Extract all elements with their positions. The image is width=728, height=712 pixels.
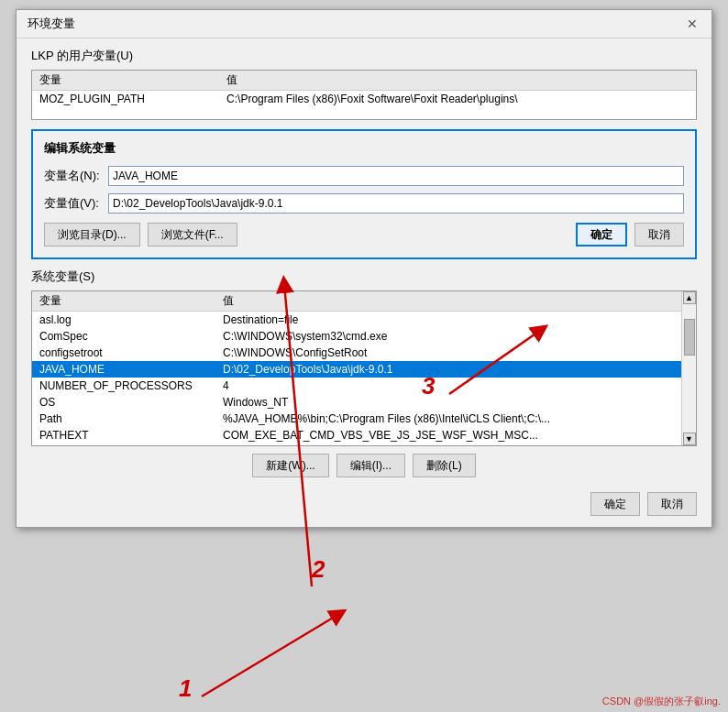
user-vars-box: 变量 值 MOZ_PLUGIN_PATH C:\Program Files (x… [31, 70, 697, 120]
main-ok-button[interactable]: 确定 [590, 492, 640, 516]
sys-var-name: ComSpec [32, 328, 215, 345]
sys-var-val: D:\02_DevelopTools\Java\jdk-9.0.1 [215, 361, 681, 378]
sys-var-name: NUMBER_OF_PROCESSORS [32, 378, 215, 394]
user-var-name: MOZ_PLUGIN_PATH [32, 91, 219, 108]
var-name-label: 变量名(N): [44, 168, 108, 184]
var-value-input[interactable] [108, 193, 684, 214]
var-name-row: 变量名(N): [44, 166, 684, 186]
edit-dialog-buttons: 浏览目录(D)... 浏览文件(F... 确定 取消 [44, 223, 684, 246]
new-var-button[interactable]: 新建(W)... [252, 454, 328, 477]
sys-col-val: 值 [215, 291, 681, 312]
table-row[interactable]: NUMBER_OF_PROCESSORS4 [32, 378, 681, 394]
browse-file-button[interactable]: 浏览文件(F... [148, 223, 237, 246]
table-row[interactable]: OSWindows_NT [32, 394, 681, 411]
sys-var-val: 4 [215, 378, 681, 394]
user-col-var: 变量 [32, 71, 219, 91]
user-vars-section: LKP 的用户变量(U) 变量 值 MOZ_PLUGIN_PATH C:\Pro… [17, 38, 711, 129]
delete-var-button[interactable]: 删除(L) [413, 454, 476, 477]
edit-dialog-title: 编辑系统变量 [44, 140, 684, 157]
dialog-title: 环境变量 [28, 16, 75, 32]
scrollbar[interactable]: ▲ ▼ [681, 291, 696, 445]
edit-cancel-button[interactable]: 取消 [634, 223, 684, 246]
sys-var-name: OS [32, 394, 215, 411]
sys-vars-section: 系统变量(S) 变量 值 asl.logDestination=fileComS… [17, 259, 711, 485]
var-value-label: 变量值(V): [44, 195, 108, 212]
main-cancel-button[interactable]: 取消 [647, 492, 697, 516]
watermark: CSDN @假假的张子叡ing. [602, 695, 721, 708]
user-vars-title: LKP 的用户变量(U) [31, 48, 697, 64]
sys-col-var: 变量 [32, 291, 215, 312]
sys-var-val: C:\WINDOWS\system32\cmd.exe [215, 328, 681, 345]
browse-dir-button[interactable]: 浏览目录(D)... [44, 223, 140, 246]
close-button[interactable]: ✕ [684, 16, 700, 32]
table-row[interactable]: asl.logDestination=file [32, 312, 681, 329]
table-row[interactable]: configsetrootC:\WINDOWS\ConfigSetRoot [32, 345, 681, 361]
svg-text:2: 2 [311, 555, 325, 583]
sys-var-val: %JAVA_HOME%\bin;C:\Program Files (x86)\I… [215, 411, 681, 427]
scroll-down-arrow[interactable]: ▼ [683, 433, 696, 445]
edit-ok-button[interactable]: 确定 [576, 223, 627, 246]
user-var-val: C:\Program Files (x86)\Foxit Software\Fo… [219, 91, 696, 108]
sys-var-name: JAVA_HOME [32, 361, 215, 378]
user-vars-table: 变量 值 MOZ_PLUGIN_PATH C:\Program Files (x… [32, 71, 696, 107]
scroll-up-arrow[interactable]: ▲ [683, 291, 696, 304]
sys-vars-box: 变量 值 asl.logDestination=fileComSpecC:\WI… [31, 290, 697, 446]
edit-var-button[interactable]: 编辑(I)... [336, 454, 405, 477]
sys-var-name: asl.log [32, 312, 215, 329]
table-row[interactable]: Path%JAVA_HOME%\bin;C:\Program Files (x8… [32, 411, 681, 427]
main-dialog: 环境变量 ✕ LKP 的用户变量(U) 变量 值 MOZ_PLUGIN_PATH [16, 9, 712, 528]
svg-line-0 [202, 614, 339, 696]
sys-var-buttons: 新建(W)... 编辑(I)... 删除(L) [31, 454, 697, 477]
table-row[interactable]: PATHEXTCOM_EXE_BAT_CMD_VBS_VBE_JS_JSE_WS… [32, 427, 681, 444]
edit-dialog: 编辑系统变量 变量名(N): 变量值(V): 浏览目录(D)... 浏览文件(F… [31, 129, 697, 259]
sys-var-val: Destination=file [215, 312, 681, 329]
sys-var-name: PATHEXT [32, 427, 215, 444]
title-bar: 环境变量 ✕ [17, 10, 711, 38]
scroll-thumb[interactable] [684, 319, 695, 356]
bottom-buttons: 确定 取消 [17, 485, 711, 527]
table-row[interactable]: JAVA_HOMED:\02_DevelopTools\Java\jdk-9.0… [32, 361, 681, 378]
svg-text:1: 1 [179, 674, 192, 702]
table-row[interactable]: ComSpecC:\WINDOWS\system32\cmd.exe [32, 328, 681, 345]
table-row[interactable]: MOZ_PLUGIN_PATH C:\Program Files (x86)\F… [32, 91, 696, 108]
sys-vars-table: 变量 值 asl.logDestination=fileComSpecC:\WI… [32, 291, 681, 444]
user-col-val: 值 [219, 71, 696, 91]
sys-vars-title: 系统变量(S) [31, 268, 697, 285]
sys-var-name: configsetroot [32, 345, 215, 361]
sys-var-val: Windows_NT [215, 394, 681, 411]
sys-var-val: C:\WINDOWS\ConfigSetRoot [215, 345, 681, 361]
var-name-input[interactable] [108, 166, 684, 186]
sys-var-name: Path [32, 411, 215, 427]
var-value-row: 变量值(V): [44, 193, 684, 214]
sys-var-val: COM_EXE_BAT_CMD_VBS_VBE_JS_JSE_WSF_WSH_M… [215, 427, 681, 444]
